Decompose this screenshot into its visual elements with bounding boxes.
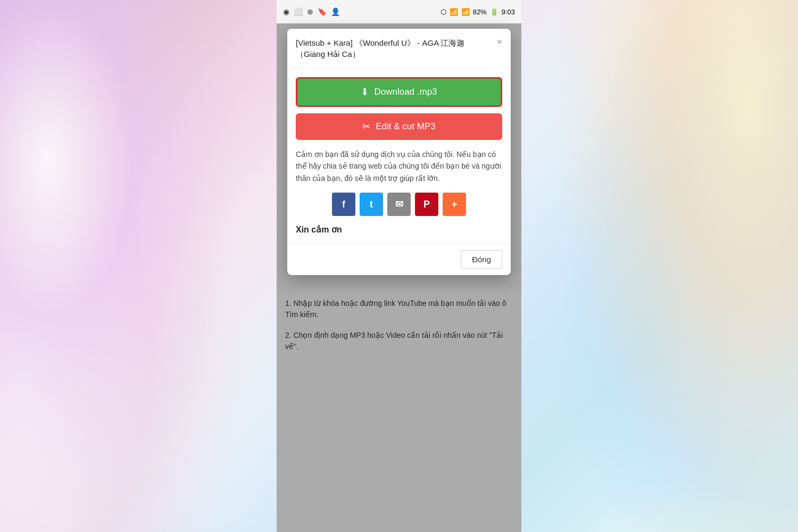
modal-title: [Vietsub + Kara] 《Wonderful U》 - AGA 江海迦… [296,37,489,60]
social-share-buttons: f t ✉ P + [296,193,502,216]
more-icon: + [452,199,458,210]
twitter-icon: t [370,199,373,210]
cloud-left-decoration [0,0,245,532]
wifi-icon: 📶 [450,8,458,16]
download-icon: ⬇ [361,86,369,98]
scissors-icon: ✂ [362,121,370,132]
edit-button-label: Edit & cut MP3 [376,121,435,132]
email-share-button[interactable]: ✉ [387,193,411,216]
image-icon: ⬜ [294,7,303,16]
cloud-right-decoration [553,0,798,532]
more-share-button[interactable]: + [443,193,466,216]
modal-body: ⬇ Download .mp3 ✂ Edit & cut MP3 Cảm ơn … [287,69,511,243]
facebook-share-button[interactable]: f [332,193,355,216]
message-icon: ◉ [283,7,289,16]
status-bar-right: ⬡ 📶 📶 82% 🔋 9:03 [440,8,515,16]
bookmark-icon: 🔖 [318,7,327,16]
phone-container: ◉ ⬜ ⊕ 🔖 👤 ⬡ 📶 📶 82% 🔋 9:03 1. Nhập từ kh… [277,0,521,532]
download-button-label: Download .mp3 [374,87,437,97]
modal-footer: Đóng [287,243,511,275]
email-icon: ✉ [395,198,403,210]
thankyou-text: Xin cảm ơn [296,225,502,235]
download-modal: [Vietsub + Kara] 《Wonderful U》 - AGA 江海迦… [287,29,511,275]
modal-overlay: [Vietsub + Kara] 《Wonderful U》 - AGA 江海迦… [277,23,521,532]
edit-cut-button[interactable]: ✂ Edit & cut MP3 [296,113,502,140]
modal-close-button[interactable]: × [494,35,504,49]
battery-percent: 82% [473,8,487,16]
user-add-icon: 👤 [331,7,340,16]
time-display: 9:03 [502,8,515,16]
download-mp3-button[interactable]: ⬇ Download .mp3 [296,77,502,107]
close-dialog-button[interactable]: Đóng [461,250,502,269]
vpn-icon: ⬡ [440,8,446,16]
signal-icon: 📶 [461,8,470,16]
modal-header: [Vietsub + Kara] 《Wonderful U》 - AGA 江海迦… [287,29,511,69]
battery-icon: 🔋 [490,8,498,16]
facebook-icon: f [342,199,345,210]
status-bar: ◉ ⬜ ⊕ 🔖 👤 ⬡ 📶 📶 82% 🔋 9:03 [277,0,521,23]
status-bar-left: ◉ ⬜ ⊕ 🔖 👤 [283,7,340,16]
description-text: Cảm ơn bạn đã sử dụng dịch vụ của chúng … [296,148,502,184]
pinterest-share-button[interactable]: P [415,193,438,216]
twitter-share-button[interactable]: t [360,193,383,216]
pinterest-icon: P [423,199,430,210]
messenger-icon: ⊕ [307,7,313,16]
